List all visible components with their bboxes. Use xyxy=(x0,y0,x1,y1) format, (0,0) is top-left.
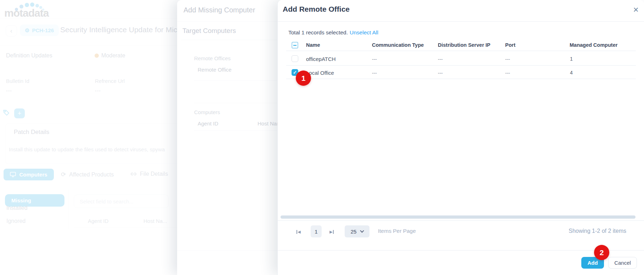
cell-port: --- xyxy=(505,56,510,62)
divider xyxy=(286,51,636,51)
cell-managed-computer: 1 xyxy=(570,56,573,62)
divider xyxy=(278,250,644,251)
unselect-all-link[interactable]: Unselect All xyxy=(350,29,378,35)
next-icon: ▶ xyxy=(329,230,332,234)
horizontal-scrollbar[interactable] xyxy=(281,215,635,219)
column-header-name: Name xyxy=(306,42,320,48)
showing-count-text: Showing 1-2 of 2 items xyxy=(569,228,626,234)
screen: motadata ‹ ⚙ PCH-126 Security Intelligen… xyxy=(0,0,644,275)
first-page-button[interactable]: ◀ xyxy=(295,228,303,235)
column-header-communication-type: Communication Type xyxy=(372,42,424,48)
cell-name: officepATCH xyxy=(306,56,336,62)
check-icon: ✓ xyxy=(293,70,297,75)
cell-managed-computer: 4 xyxy=(570,70,573,75)
indeterminate-mark xyxy=(293,45,296,46)
cell-port: --- xyxy=(505,70,510,76)
close-icon[interactable]: × xyxy=(631,4,641,15)
prev-icon: ◀ xyxy=(298,230,300,234)
page-size-select[interactable]: 25 xyxy=(345,225,369,237)
first-page-bar xyxy=(296,230,297,234)
cell-distribution-server-ip: --- xyxy=(438,70,443,76)
page-size-value: 25 xyxy=(351,229,357,235)
divider xyxy=(286,65,636,66)
select-all-checkbox[interactable] xyxy=(292,42,298,49)
page-number-button[interactable]: 1 xyxy=(311,225,322,237)
row-checkbox[interactable] xyxy=(292,55,298,62)
last-page-bar xyxy=(333,230,334,234)
cancel-button[interactable]: Cancel xyxy=(608,257,637,269)
chevron-down-icon xyxy=(360,229,364,232)
annotation-step-1: 1 xyxy=(296,71,311,86)
annotation-step-2: 2 xyxy=(594,245,609,260)
divider xyxy=(278,21,644,22)
selection-summary: Total 1 records selected.Unselect All xyxy=(288,29,378,36)
cell-communication-type: --- xyxy=(372,70,377,76)
column-header-port: Port xyxy=(505,42,515,48)
items-per-page-label: Items Per Page xyxy=(378,228,416,234)
selection-text: Total 1 records selected. xyxy=(288,29,348,35)
column-header-managed-computer: Managed Computer xyxy=(570,42,617,48)
last-page-button[interactable]: ▶ xyxy=(328,228,335,235)
divider xyxy=(286,79,636,79)
panel-title: Add Remote Office xyxy=(283,5,350,13)
cell-distribution-server-ip: --- xyxy=(438,56,443,62)
divider xyxy=(278,220,644,221)
column-header-distribution-server-ip: Distribution Server IP xyxy=(438,42,490,48)
add-remote-office-panel: Add Remote Office × Total 1 records sele… xyxy=(277,0,644,275)
cell-communication-type: --- xyxy=(372,56,377,62)
